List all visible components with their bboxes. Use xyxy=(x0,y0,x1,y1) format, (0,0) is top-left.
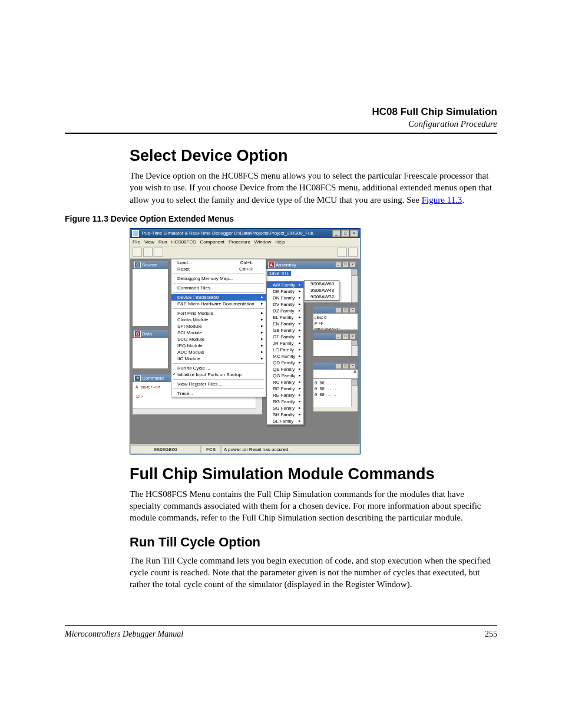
menu-item[interactable]: RC Family xyxy=(267,379,303,386)
menu-item[interactable]: LC Family xyxy=(267,347,303,353)
maximize-button[interactable]: □ xyxy=(341,230,349,237)
assembly-line: 1080 RTI xyxy=(267,271,291,276)
mdi-assembly-title: Assembly xyxy=(276,262,296,268)
menu-item[interactable]: RG Family xyxy=(267,398,303,405)
menu-item[interactable]: View Register Files ... xyxy=(171,381,266,387)
menu-window[interactable]: Window xyxy=(254,239,271,245)
footer-page-number: 255 xyxy=(485,630,497,639)
menu-item[interactable]: SCI Module xyxy=(171,330,266,336)
menu-item[interactable]: QE Family xyxy=(267,366,303,373)
menu-item[interactable]: SH Family xyxy=(267,411,303,418)
menu-item[interactable]: DE Family xyxy=(267,288,303,295)
statusbar: 9S08GB60 FCS A power-on Reset has occure… xyxy=(130,444,360,454)
menu-item[interactable]: Initialize Input Ports on Startup xyxy=(171,371,266,378)
menu-hcs08fcs[interactable]: HCS08FCS xyxy=(171,239,196,245)
mem-line: 0 00 .... xyxy=(315,386,356,392)
mdi-client-area: SSource DData ≡Command A power-on in> xyxy=(130,259,360,444)
menu-item[interactable]: JR Family xyxy=(267,340,303,347)
menu-item[interactable]: GB Family xyxy=(267,327,303,334)
menu-item[interactable]: ADC Module xyxy=(171,349,266,355)
mdi-source-title: Source xyxy=(142,262,157,268)
menu-item[interactable]: SPI Module xyxy=(171,323,266,330)
menu-item[interactable]: SL Family xyxy=(267,418,303,424)
device-family-submenu: AW FamilyDE FamilyDN FamilyDV FamilyDZ F… xyxy=(266,281,304,425)
menu-item[interactable]: Command Files xyxy=(171,285,266,291)
mdi-data-title: Data xyxy=(142,331,152,337)
menu-item[interactable]: Device : 9S08GB60 xyxy=(171,294,266,301)
toolbar-save-icon[interactable] xyxy=(154,248,163,257)
close-button[interactable]: × xyxy=(350,230,358,237)
menu-item[interactable]: SCI2 Module xyxy=(171,336,266,342)
status-mode: FCS xyxy=(201,445,221,454)
reg-p: P FF xyxy=(315,321,356,327)
menu-separator xyxy=(173,363,265,364)
menu-item[interactable]: ResetCtrl+R xyxy=(171,266,266,272)
menu-item[interactable]: 9S08AW48 xyxy=(305,287,339,294)
page-footer: Microcontrollers Debugger Manual 255 xyxy=(65,625,497,639)
menu-item[interactable]: GT Family xyxy=(267,334,303,340)
running-header: HC08 Full Chip Simulation Configuration … xyxy=(65,106,497,129)
window-buttons: _ □ × xyxy=(332,230,358,237)
hcs08fcs-menu: Load...Ctrl+LResetCtrl+RDebugging Memory… xyxy=(171,259,266,397)
menu-file[interactable]: File xyxy=(133,239,140,245)
toolbar-new-icon[interactable] xyxy=(133,248,142,257)
menu-item[interactable]: Port Pins Module xyxy=(171,310,266,317)
para-fcs-commands: The HCS08FCS Menu contains the Full Chip… xyxy=(65,488,497,524)
device-list-submenu: 9S08AW609S08AW489S08AW32 xyxy=(304,280,339,301)
menu-run[interactable]: Run xyxy=(158,239,167,245)
toolbar-open-icon[interactable] xyxy=(143,248,153,257)
mdi-min-icon[interactable]: _ xyxy=(335,262,342,268)
menu-item[interactable]: DV Family xyxy=(267,301,303,308)
header-title: HC08 Full Chip Simulation xyxy=(65,106,497,118)
status-message: A power-on Reset has occured. xyxy=(221,445,360,454)
menu-item[interactable]: 9S08AW32 xyxy=(305,294,339,300)
reg-status: tatus VHINZC xyxy=(315,327,356,330)
menu-item[interactable]: SG Family xyxy=(267,405,303,411)
toolbar xyxy=(130,246,360,259)
app-icon xyxy=(132,230,139,237)
menu-item[interactable]: Trace... xyxy=(171,390,266,397)
menu-item[interactable]: Clocks Module xyxy=(171,317,266,323)
menu-item[interactable]: EL Family xyxy=(267,314,303,321)
reg-cycles: cles: 0 xyxy=(315,315,356,321)
menu-item[interactable]: EN Family xyxy=(267,321,303,327)
para-select-device: The Device option on the HC08FCS menu al… xyxy=(65,170,497,206)
menu-item[interactable]: QD Family xyxy=(267,360,303,366)
menu-item[interactable]: AW Family xyxy=(267,282,303,288)
menu-item[interactable]: Debugging Memory Map... xyxy=(171,275,266,282)
mdi-memory-window: 0 00 .... 0 00 .... 0 00 .... xyxy=(313,378,358,412)
menu-help[interactable]: Help xyxy=(275,239,285,245)
menu-item[interactable]: IRQ Module xyxy=(171,342,266,349)
mdi-close-icon[interactable]: × xyxy=(349,262,356,268)
mdi-panel-2: _□× xyxy=(313,332,358,354)
figure-ref-link[interactable]: Figure 11.3 xyxy=(422,195,462,205)
titlebar: True-Time Simulator & Real-Time Debugger… xyxy=(130,229,360,238)
heading-select-device: Select Device Option xyxy=(65,147,497,165)
mdi-max-icon[interactable]: □ xyxy=(342,262,349,268)
assembly-scrollbar[interactable] xyxy=(351,269,358,302)
heading-fcs-commands: Full Chip Simulation Module Commands xyxy=(65,465,497,483)
heading-run-till-cycle: Run Till Cycle Option xyxy=(65,535,497,550)
menu-item[interactable]: DN Family xyxy=(267,295,303,301)
menu-item[interactable]: DZ Family xyxy=(267,308,303,314)
menu-item[interactable]: RD Family xyxy=(267,386,303,392)
menu-procedure[interactable]: Procedure xyxy=(229,239,250,245)
menu-item[interactable]: MC Family xyxy=(267,353,303,360)
minimize-button[interactable]: _ xyxy=(332,230,340,237)
menu-item[interactable]: Run till Cycle ... xyxy=(171,365,266,371)
menu-item[interactable]: RE Family xyxy=(267,392,303,398)
app-window: True-Time Simulator & Real-Time Debugger… xyxy=(130,228,361,454)
toolbar-help-icon[interactable] xyxy=(348,248,358,257)
mem-line: 0 00 .... xyxy=(315,392,356,398)
menu-view[interactable]: View xyxy=(144,239,154,245)
menu-separator xyxy=(173,283,265,284)
menu-component[interactable]: Component xyxy=(200,239,224,245)
menu-item[interactable]: QG Family xyxy=(267,373,303,379)
toolbar-reset-icon[interactable] xyxy=(338,248,347,257)
menu-item[interactable]: Load...Ctrl+L xyxy=(171,259,266,266)
mem-annot: A xyxy=(353,370,356,374)
menu-item[interactable]: IIC Module xyxy=(171,355,266,362)
command-scrollbar-h[interactable] xyxy=(133,408,256,414)
menu-item[interactable]: 9S08AW60 xyxy=(305,281,339,287)
menu-item[interactable]: P&E Micro Hardware Documentation xyxy=(171,301,266,307)
